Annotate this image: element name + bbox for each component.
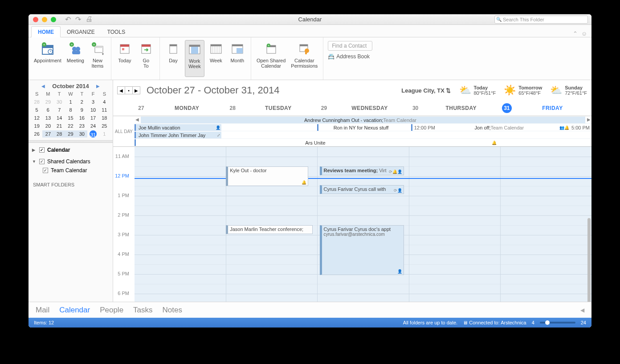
nav-mail[interactable]: Mail [36, 306, 49, 315]
scroll-right-icon[interactable]: ▶ [587, 117, 591, 122]
next-week-button[interactable]: ▶ [132, 86, 140, 94]
hour-11am: 11 AM [115, 154, 129, 159]
allday-event-ron[interactable]: Ron in NY for Nexus stuff [317, 124, 408, 131]
address-book-button[interactable]: 📇 Address Book [328, 53, 372, 60]
meeting-button[interactable]: + Meeting [65, 40, 86, 77]
nav-collapse-icon[interactable]: ◀ [580, 307, 584, 313]
hour-6pm: 6 PM [118, 291, 129, 296]
scroll-left-icon[interactable]: ◀ [135, 117, 139, 122]
person-icon: 👤 [397, 269, 402, 274]
day-header-thu[interactable]: 30THURSDAY [409, 101, 500, 116]
allday-event-joe[interactable]: Joe Mullin vacation👤 [135, 124, 221, 131]
svg-rect-25 [189, 45, 200, 47]
week-icon [209, 42, 223, 56]
goto-button[interactable]: Go To [136, 40, 156, 77]
permissions-label: Calendar Permissions [291, 58, 318, 69]
team-checkbox[interactable] [43, 168, 48, 173]
undo-icon[interactable]: ↶ [65, 15, 71, 24]
window-title: Calendar [298, 16, 322, 23]
shared-calendars-section[interactable]: ▼Shared Calendars [32, 157, 109, 166]
new-items-label: New Items [91, 58, 103, 69]
day-icon [166, 42, 180, 56]
calendar-checkbox[interactable] [39, 147, 45, 153]
next-month-button[interactable]: ▶ [94, 84, 102, 89]
window-zoom[interactable] [51, 17, 56, 22]
find-contact-input[interactable]: Find a Contact [328, 41, 372, 51]
nav-tasks[interactable]: Tasks [133, 306, 152, 315]
allday-event-jon[interactable]: 12:00 PM Jon off; Team Calendar 👥🔔 5:00 … [411, 124, 591, 131]
hour-4pm: 4 PM [118, 251, 129, 257]
nav-people[interactable]: People [100, 306, 123, 315]
svg-text:▾: ▾ [102, 52, 104, 56]
weather-location[interactable]: League City, TX ⇅ [401, 87, 451, 94]
allday-event-john[interactable]: John Timmer John Timmer Jay⤢ [135, 132, 221, 138]
appointment-button[interactable]: + Appointment [32, 40, 63, 77]
svg-text:+: + [71, 43, 73, 47]
week-view-button[interactable]: Week [206, 40, 226, 77]
meeting-label: Meeting [67, 58, 84, 63]
window-minimize[interactable] [42, 17, 47, 22]
new-items-button[interactable]: +▾ New Items [88, 40, 107, 77]
calendar-grid[interactable]: Kyle Out - doctor🔔 Reviews team meeting;… [135, 147, 591, 302]
shared-label: Shared Calendars [47, 158, 90, 165]
svg-rect-35 [232, 44, 243, 46]
prev-month-button[interactable]: ◀ [39, 84, 48, 89]
event-reviews[interactable]: Reviews team meeting; Virt⟳🔔👤 [320, 166, 404, 175]
window-close[interactable] [33, 17, 38, 22]
team-calendar-item[interactable]: Team Calendar [32, 166, 109, 175]
svg-rect-28 [211, 44, 221, 46]
open-shared-calendar-button[interactable]: + Open Shared Calendar [255, 40, 287, 77]
redo-icon[interactable]: ↷ [75, 15, 81, 24]
zoom-slider[interactable] [540, 322, 575, 324]
search-folder-input[interactable]: Search This Folder [494, 16, 588, 24]
event-jason[interactable]: Jason Marlin Teacher conference; [226, 225, 313, 234]
help-icon[interactable]: ☺ [581, 30, 587, 37]
event-cyrus-call[interactable]: Cyrus Farivar Cyrus call with⟳👤 [320, 185, 404, 194]
calendar-section[interactable]: ▶Calendar [32, 146, 109, 154]
tab-organize[interactable]: ORGANIZE [61, 27, 101, 37]
allday-event-ars[interactable]: Ars Unite🔔 [135, 139, 500, 146]
svg-rect-42 [300, 44, 308, 46]
zoom-min: 4 [532, 320, 534, 325]
day-header-mon[interactable]: 27MONDAY [135, 101, 226, 116]
shared-checkbox[interactable] [39, 159, 45, 164]
allday-event-andrew[interactable]: Andrew Cunningham Out - vacation; Team C… [141, 117, 585, 123]
hour-1pm: 1 PM [118, 193, 129, 198]
today-button[interactable]: Today [115, 40, 135, 77]
work-week-label: Work Week [188, 58, 201, 69]
weather-sunday: ⛅Sunday72°F/61°F [550, 85, 587, 96]
mini-cal-title: October 2014 [52, 83, 89, 89]
event-kyle[interactable]: Kyle Out - doctor🔔 [226, 166, 308, 186]
goto-label: Go To [143, 58, 150, 69]
svg-point-10 [76, 47, 80, 51]
svg-rect-21 [142, 44, 151, 47]
day-label: Day [169, 58, 178, 63]
search-placeholder: Search This Folder [503, 17, 544, 22]
status-uptodate: All folders are up to date. [403, 320, 457, 325]
date-range-label: October 27 - October 31, 2014 [147, 85, 279, 96]
nav-notes[interactable]: Notes [163, 306, 182, 315]
work-week-view-button[interactable]: Work Week [185, 40, 204, 77]
vertical-scrollbar[interactable] [587, 218, 591, 302]
team-label: Team Calendar [51, 167, 87, 174]
address-book-label: Address Book [336, 53, 370, 60]
svg-rect-15 [95, 46, 103, 48]
prev-week-button[interactable]: ◀ [117, 86, 125, 94]
smart-folders-section[interactable]: SMART FOLDERS [29, 178, 113, 192]
day-header-fri[interactable]: 31FRIDAY [500, 101, 591, 116]
calendar-permissions-button[interactable]: Calendar Permissions [289, 40, 319, 77]
toggle-view-button[interactable]: ▪ [125, 86, 133, 94]
day-header-tue[interactable]: 28TUESDAY [226, 101, 317, 116]
svg-rect-19 [122, 48, 124, 50]
print-icon[interactable]: 🖨 [86, 15, 93, 24]
tab-tools[interactable]: TOOLS [101, 27, 131, 37]
nav-calendar[interactable]: Calendar [59, 306, 90, 315]
event-cyrus-doc[interactable]: Cyrus Farivar Cyrus doc's apptcyrus.fari… [320, 225, 404, 275]
collapse-ribbon-icon[interactable]: ⌃ [573, 30, 578, 37]
day-view-button[interactable]: Day [163, 40, 183, 77]
month-view-button[interactable]: Month [228, 40, 247, 77]
day-header-wed[interactable]: 29WEDNESDAY [317, 101, 408, 116]
new-items-icon: +▾ [90, 42, 105, 56]
recur-icon: ⟳👤 [394, 188, 402, 193]
tab-home[interactable]: HOME [31, 26, 61, 37]
